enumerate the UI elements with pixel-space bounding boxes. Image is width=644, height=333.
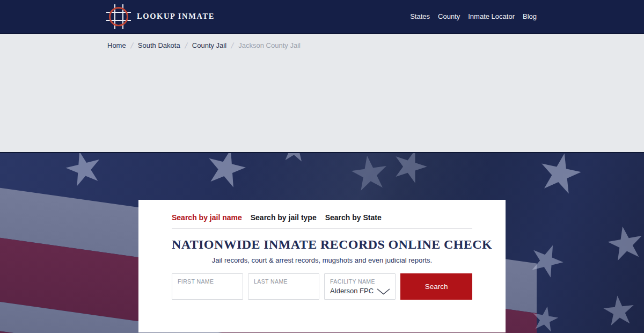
globe-grid-icon <box>107 4 132 30</box>
breadcrumb-separator: / <box>130 41 134 50</box>
card-title: Nationwide Inmate Records Online Check <box>172 237 472 252</box>
breadcrumb-separator: / <box>230 41 235 50</box>
tab-search-by-state[interactable]: Search by State <box>325 213 382 222</box>
breadcrumb-home[interactable]: Home <box>107 41 126 49</box>
breadcrumb-zone: Home / South Dakota / County Jail / Jack… <box>0 34 644 152</box>
last-name-field[interactable]: LAST NAME <box>248 273 319 300</box>
site-header: LOOKUP INMATE States County Inmate Locat… <box>0 0 644 34</box>
search-button[interactable]: Search <box>400 273 472 300</box>
nav-link-inmate-locator[interactable]: Inmate Locator <box>468 12 515 20</box>
flag-hero: ★ ★ ★ ★ ★ ★ ★ ★ ★ ★ Search by jail name … <box>0 152 644 333</box>
breadcrumb-current-page: Jackson County Jail <box>238 41 301 49</box>
breadcrumb-county-jail[interactable]: County Jail <box>192 41 226 49</box>
search-tabs: Search by jail name Search by jail type … <box>172 213 472 222</box>
logo[interactable]: LOOKUP INMATE <box>107 4 215 30</box>
nav-link-states[interactable]: States <box>410 12 430 20</box>
tabs-divider <box>172 228 472 229</box>
last-name-label: LAST NAME <box>254 278 313 285</box>
first-name-input[interactable] <box>178 285 237 294</box>
nav-link-blog[interactable]: Blog <box>523 12 537 20</box>
breadcrumb-south-dakota[interactable]: South Dakota <box>138 41 180 49</box>
tab-search-by-jail-type[interactable]: Search by jail type <box>251 213 317 222</box>
breadcrumb-separator: / <box>184 41 188 50</box>
breadcrumb: Home / South Dakota / County Jail / Jack… <box>107 34 537 50</box>
nav-link-county[interactable]: County <box>438 12 460 20</box>
last-name-input[interactable] <box>254 285 313 294</box>
page: LOOKUP INMATE States County Inmate Locat… <box>0 0 644 333</box>
facility-select[interactable]: FACILITY NAME Alderson FPC <box>324 273 396 300</box>
card-subtitle: Jail records, court & arrest records, mu… <box>172 256 472 264</box>
logo-text: LOOKUP INMATE <box>137 12 215 21</box>
search-card: Search by jail name Search by jail type … <box>138 200 506 332</box>
first-name-label: FIRST NAME <box>178 278 237 285</box>
main-nav: States County Inmate Locator Blog <box>410 12 537 20</box>
chevron-down-icon <box>377 288 390 295</box>
first-name-field[interactable]: FIRST NAME <box>172 273 243 300</box>
facility-label: FACILITY NAME <box>330 278 390 285</box>
inmate-search-form: FIRST NAME LAST NAME FACILITY NAME Alder… <box>172 273 472 300</box>
tab-search-by-jail-name[interactable]: Search by jail name <box>172 213 242 222</box>
